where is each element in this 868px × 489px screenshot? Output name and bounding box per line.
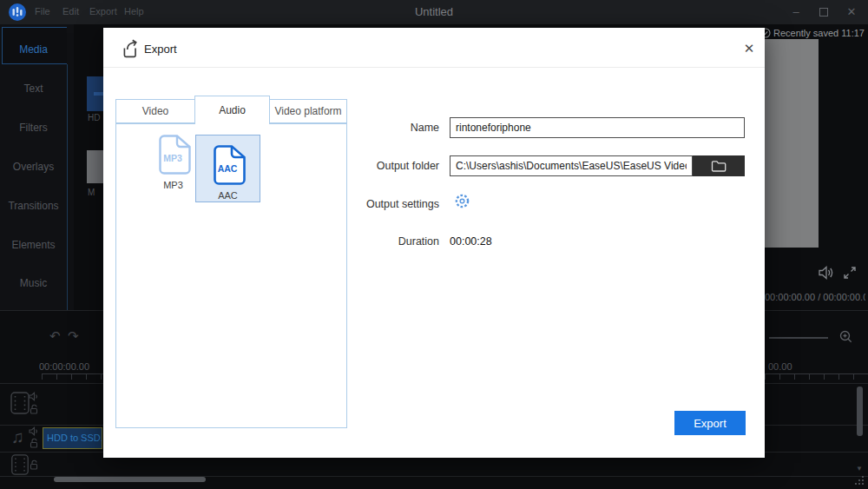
gear-icon — [454, 193, 470, 209]
dialog-title: Export — [144, 43, 177, 56]
folder-icon — [711, 160, 727, 172]
export-icon — [121, 39, 140, 58]
name-label: Name — [335, 122, 439, 134]
track-lock-icon[interactable] — [30, 459, 39, 470]
save-status-text: Recently saved 11:17 — [773, 28, 865, 38]
sidebar-item-media[interactable]: Media — [0, 43, 67, 56]
fullscreen-icon[interactable] — [842, 265, 858, 281]
name-input[interactable] — [450, 117, 745, 138]
duration-value: 00:00:28 — [450, 235, 492, 248]
tab-audio[interactable]: Audio — [194, 96, 270, 124]
save-status: Recently saved 11:17 — [760, 28, 865, 38]
sidebar-item-filters[interactable]: Filters — [0, 122, 67, 134]
maximize-button[interactable] — [812, 5, 835, 19]
playback-time: 00:00:00.00 / 00:00:00.00 — [765, 292, 865, 302]
browse-folder-button[interactable] — [693, 155, 745, 176]
close-window-button[interactable]: ✕ — [840, 5, 863, 19]
horizontal-scrollbar[interactable] — [54, 477, 206, 482]
scroll-down-icon[interactable]: ▼ — [856, 465, 863, 472]
window-title: Untitled — [0, 5, 868, 18]
format-option-aac[interactable]: AAC AAC — [195, 135, 260, 202]
svg-text:AAC: AAC — [217, 163, 237, 174]
aac-file-icon: AAC — [211, 145, 246, 185]
export-button[interactable]: Export — [674, 411, 746, 435]
dialog-close-icon[interactable]: ✕ — [740, 39, 759, 58]
track-lock-icon[interactable] — [30, 438, 39, 448]
zoom-in-icon[interactable] — [839, 330, 853, 344]
tab-video-platform[interactable]: Video platform — [269, 99, 347, 123]
sidebar-item-text[interactable]: Text — [0, 83, 67, 95]
mp3-file-icon: MP3 — [156, 135, 191, 175]
output-folder-input[interactable] — [450, 155, 693, 176]
redo-icon[interactable]: ↷ — [68, 328, 79, 344]
app-window: File Edit Export Help Untitled – ✕ Recen… — [0, 0, 868, 489]
video-track-icon — [10, 392, 30, 414]
duration-label: Duration — [335, 235, 439, 248]
track-mute-icon[interactable] — [29, 392, 39, 401]
video-track-icon — [10, 454, 30, 475]
media-thumbnail-label: HD — [88, 113, 103, 122]
output-folder-label: Output folder — [335, 160, 439, 172]
vertical-scrollbar[interactable] — [857, 387, 863, 436]
resize-grip[interactable] — [853, 476, 865, 486]
output-settings-button[interactable] — [454, 193, 470, 213]
timeline-zoom-slider[interactable] — [769, 337, 828, 339]
track-mute-icon[interactable] — [29, 426, 39, 436]
panel-border — [67, 64, 68, 310]
minimize-button[interactable]: – — [785, 5, 807, 19]
timeline-clip[interactable]: HDD to SSD.w — [43, 427, 102, 449]
undo-icon[interactable]: ↶ — [49, 328, 61, 344]
maximize-icon — [819, 8, 828, 17]
output-settings-label: Output settings — [335, 198, 439, 210]
track-lock-icon[interactable] — [30, 404, 39, 414]
ruler-timestamp: 00.00 — [768, 361, 792, 372]
format-label: AAC — [196, 190, 260, 201]
sidebar-item-music[interactable]: Music — [0, 277, 67, 289]
audio-track-icon: ♫ — [11, 427, 24, 447]
dialog-divider — [103, 67, 765, 68]
format-list-panel: MP3 MP3 AAC AAC — [115, 123, 347, 428]
svg-text:MP3: MP3 — [163, 153, 182, 163]
sidebar-item-elements[interactable]: Elements — [0, 239, 67, 251]
sidebar: Media Text Filters Overlays Transitions … — [0, 24, 74, 311]
media-thumbnail-label: M — [88, 188, 103, 197]
sidebar-item-transitions[interactable]: Transitions — [0, 200, 67, 212]
export-dialog: Export ✕ Video Audio Video platform MP3 … — [103, 28, 765, 458]
tab-video[interactable]: Video — [115, 99, 195, 123]
volume-icon[interactable] — [818, 265, 835, 281]
sidebar-item-overlays[interactable]: Overlays — [0, 161, 67, 173]
ruler-timestamp: 00:00:00.00 — [39, 361, 89, 372]
menu-bar: File Edit Export Help Untitled – ✕ — [0, 0, 868, 24]
